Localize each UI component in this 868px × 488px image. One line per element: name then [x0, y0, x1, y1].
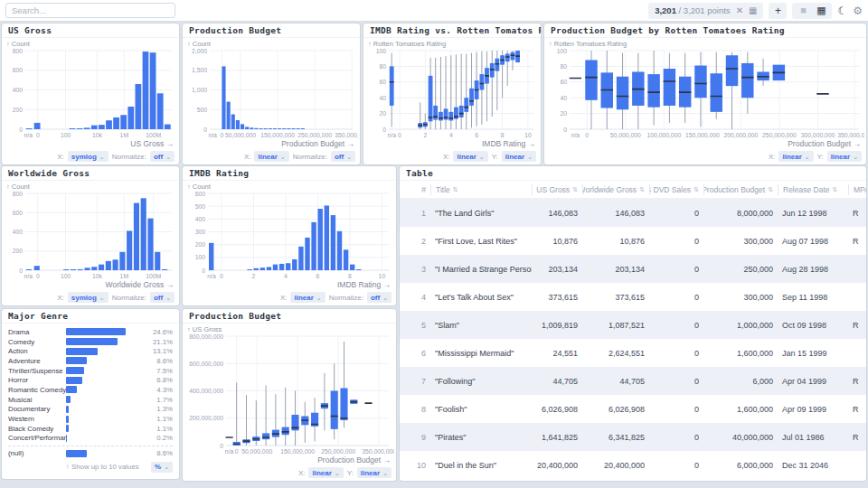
table-cell: 0: [649, 461, 703, 470]
column-header-worldwide-gross[interactable]: Worldwide Gross⇅: [582, 184, 649, 195]
genre-row[interactable]: Action13.1%: [8, 346, 173, 356]
x-scale-dropdown[interactable]: linear⌄: [453, 151, 487, 162]
genre-bar: [66, 435, 67, 442]
genre-row[interactable]: Musical1.7%: [8, 395, 173, 405]
sort-icon[interactable]: ⇅: [572, 186, 578, 193]
us-gross-histogram[interactable]: ↑ Count0200400600800n/a010010k1M100MUS G…: [4, 39, 177, 148]
genre-row[interactable]: (null)8.6%: [8, 448, 173, 458]
y-scale-dropdown[interactable]: linear⌄: [502, 151, 536, 162]
svg-text:6: 6: [316, 273, 320, 279]
genre-bar-list: Drama24.6%Comedy21.1%Action13.1%Adventur…: [8, 327, 173, 475]
table-row[interactable]: 5"Slam"1,009,8191,087,52101,000,000Oct 0…: [400, 311, 866, 339]
production-budget-histogram[interactable]: ↑ Count05001,0001,5002,000n/a050,000,000…: [184, 39, 358, 148]
x-scale-dropdown[interactable]: symlog⌄: [68, 292, 108, 303]
column-header-mpaa-rating[interactable]: MPAA Rating⇅: [848, 184, 866, 195]
unit-dropdown[interactable]: %⌄: [151, 462, 173, 473]
genre-percent: 1.7%: [156, 396, 173, 404]
svg-text:0: 0: [235, 448, 239, 455]
column-header-us-gross[interactable]: US Gross⇅: [532, 184, 582, 195]
add-chart-button[interactable]: +: [769, 3, 787, 19]
svg-text:80: 80: [379, 63, 386, 70]
panel-title: Worldwide Gross: [2, 166, 179, 181]
worldwide-gross-histogram[interactable]: ↑ Count0200400600800n/a010010k1M100MWorl…: [4, 182, 177, 289]
genre-bar: [66, 367, 84, 374]
svg-text:500: 500: [195, 203, 206, 210]
x-scale-dropdown[interactable]: symlog⌄: [68, 151, 108, 162]
table-cell: 8,000,000: [703, 209, 778, 218]
table-row[interactable]: 1"The Land Girls"146,083146,08308,000,00…: [400, 199, 866, 227]
search-input[interactable]: [5, 3, 175, 18]
genre-row[interactable]: Adventure8.6%: [8, 356, 173, 366]
genre-label: Black Comedy: [8, 425, 66, 433]
settings-icon[interactable]: ⚙: [853, 5, 863, 16]
table-row[interactable]: 4"Let's Talk About Sex"373,615373,615030…: [400, 283, 866, 311]
genre-row[interactable]: Western1.1%: [8, 414, 173, 424]
table-row[interactable]: 10"Duel in the Sun"20,400,00020,400,0000…: [400, 451, 866, 479]
table-row[interactable]: 8"Foolish"6,026,9086,026,90801,600,000Ap…: [400, 395, 866, 423]
genre-percent: 8.6%: [156, 449, 173, 457]
genre-row[interactable]: Concert/Performance0.2%: [8, 434, 173, 444]
table-cell: 44,705: [532, 377, 582, 386]
svg-text:0: 0: [203, 127, 207, 133]
column-header-release-date[interactable]: Release Date⇅: [778, 184, 848, 195]
sort-icon[interactable]: ⇅: [639, 186, 645, 193]
view-single-icon[interactable]: ■: [795, 4, 811, 18]
x-scale-dropdown[interactable]: linear⌄: [778, 151, 813, 162]
sort-icon[interactable]: ⇅: [453, 186, 458, 193]
view-grid-icon[interactable]: ▦: [813, 4, 829, 18]
normalize-dropdown[interactable]: off⌄: [331, 151, 355, 162]
chart-controls: X:linear⌄Normalize:off⌄: [244, 151, 355, 162]
table-row[interactable]: 3"I Married a Strange Person"203,134203,…: [400, 255, 866, 283]
table-row[interactable]: 7"Following"44,70544,70506,000Apr 04 199…: [400, 367, 866, 395]
normalize-dropdown[interactable]: off⌄: [150, 292, 175, 303]
sort-icon[interactable]: ⇅: [768, 186, 773, 193]
y-scale-dropdown[interactable]: linear⌄: [827, 151, 862, 162]
column-header-title[interactable]: Title⇅: [430, 184, 532, 195]
sort-icon[interactable]: ⇅: [693, 186, 699, 193]
table-row[interactable]: 2"First Love, Last Rites"10,87610,876030…: [400, 227, 866, 255]
show-values-note[interactable]: ↑ Show up to 10 values: [66, 463, 139, 471]
table-cell: Dec 31 2046: [778, 461, 848, 470]
column-label: Worldwide Gross: [582, 185, 637, 194]
table-cell: 373,615: [532, 293, 582, 302]
genre-row[interactable]: Thriller/Suspense7.5%: [8, 366, 173, 376]
table-row[interactable]: 6"Mississippi Mermaid"24,5512,624,55101,…: [400, 339, 866, 367]
genre-row[interactable]: Horror6.8%: [8, 375, 173, 385]
genre-row[interactable]: Drama24.6%: [8, 327, 173, 337]
genre-row[interactable]: Romantic Comedy4.3%: [8, 385, 173, 395]
table-row[interactable]: 9"Pirates"1,641,8256,341,825040,000,000J…: [400, 423, 866, 451]
column-header-production-budget[interactable]: Production Budget⇅: [703, 184, 778, 195]
column-label: US Gross: [536, 185, 570, 194]
chevron-down-icon: ⌄: [805, 154, 810, 160]
x-scale-dropdown[interactable]: linear⌄: [308, 467, 343, 478]
sort-icon[interactable]: ⇅: [833, 186, 838, 193]
svg-text:100M: 100M: [146, 273, 161, 279]
control-label: Y:: [817, 153, 824, 161]
close-icon[interactable]: ✕: [736, 6, 743, 15]
svg-text:1M: 1M: [120, 273, 129, 279]
pb-by-rt-boxplot[interactable]: ↑ Rotten Tomatoes Rating020406080100n/a0…: [546, 39, 864, 148]
production-budget-boxplot[interactable]: ↑ US Gross0200,000,000400,000,000600,000…: [184, 324, 394, 465]
dark-mode-icon[interactable]: ☾: [837, 5, 847, 16]
table-cell: 7: [409, 377, 430, 386]
genre-row[interactable]: Documentary1.3%: [8, 405, 173, 415]
y-scale-dropdown[interactable]: linear⌄: [357, 467, 392, 478]
imdb-vs-rt-boxplot[interactable]: ↑ Rotten Tomatoes Rating020406080100n/a0…: [365, 39, 539, 148]
chevron-down-icon: ⌄: [99, 295, 105, 301]
board-icon[interactable]: ▦: [749, 6, 757, 15]
svg-text:350,000,000: 350,000,000: [837, 132, 864, 138]
genre-bar: [66, 338, 118, 345]
genre-label: Documentary: [8, 405, 66, 413]
x-scale-dropdown[interactable]: linear⌄: [254, 151, 288, 162]
x-scale-dropdown[interactable]: linear⌄: [290, 292, 325, 303]
normalize-dropdown[interactable]: off⌄: [367, 292, 392, 303]
genre-row[interactable]: Black Comedy1.1%: [8, 424, 173, 434]
table-cell: 20,400,000: [532, 461, 582, 470]
table-cell: 2,624,551: [582, 349, 649, 358]
table-cell: 0: [649, 209, 703, 218]
imdb-rating-histogram[interactable]: ↑ Count0100200300400500600n/a0246810IMDB…: [184, 182, 394, 289]
normalize-dropdown[interactable]: off⌄: [150, 151, 175, 162]
column-header-us-dvd-sales[interactable]: US DVD Sales⇅: [649, 184, 703, 195]
genre-row[interactable]: Comedy21.1%: [8, 337, 173, 347]
genre-bar: [66, 377, 82, 384]
